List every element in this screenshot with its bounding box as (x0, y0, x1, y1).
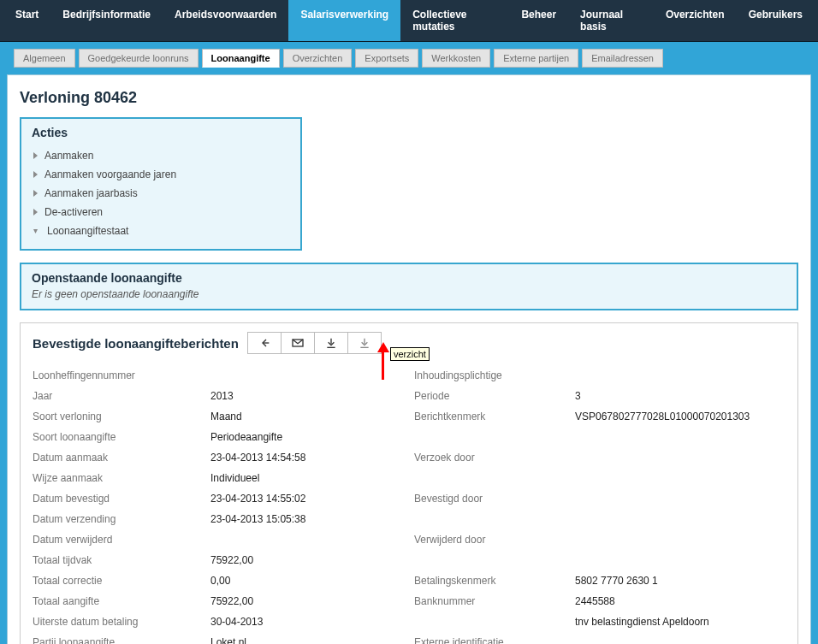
details-grid: Loonheffingennummer Inhoudingsplichtige … (33, 369, 785, 644)
empty (414, 554, 568, 566)
val-tnv: tnv belastingdienst Apeldoorn (575, 616, 785, 628)
download-alt-icon (358, 336, 371, 350)
actie-label: Aanmaken voorgaande jaren (44, 168, 176, 180)
val-loonheffingennummer (210, 369, 407, 381)
actie-de-activeren[interactable]: De-activeren (33, 203, 293, 222)
acties-list: Aanmaken Aanmaken voorgaande jaren Aanma… (21, 143, 300, 249)
val-jaar: 2013 (210, 390, 407, 402)
openstaande-message: Er is geen openstaande loonaangifte (21, 288, 797, 309)
empty (575, 513, 785, 525)
empty (414, 431, 568, 443)
lbl-partij: Partij loonaangifte (33, 636, 204, 644)
acties-panel: Acties Aanmaken Aanmaken voorgaande jare… (20, 117, 302, 251)
val-uiterste-datum: 30-04-2013 (210, 616, 407, 628)
val-totaal-correctie: 0,00 (210, 575, 407, 587)
nav-gebruikers[interactable]: Gebruikers (737, 0, 815, 41)
actie-label: Aanmaken (44, 150, 93, 162)
nav-start[interactable]: Start (3, 0, 50, 41)
collapse-icon: ▾ (33, 227, 40, 234)
lbl-periode: Periode (414, 390, 568, 402)
lbl-wijze-aanmaak: Wijze aanmaak (33, 472, 204, 484)
annotation-arrow-shaft (382, 352, 384, 380)
tab-externe-partijen[interactable]: Externe partijen (494, 49, 578, 68)
empty (414, 616, 568, 628)
val-betalingskenmerk: 5802 7770 2630 1 (575, 575, 785, 587)
tab-emailadressen[interactable]: Emailadressen (582, 49, 663, 68)
lbl-loonheffingennummer: Loonheffingennummer (33, 369, 204, 381)
val-periode: 3 (575, 390, 785, 402)
tab-goedgekeurde-loonruns[interactable]: Goedgekeurde loonruns (79, 49, 199, 68)
bevestigde-section: Bevestigde loonaangifteberichten (20, 322, 798, 644)
empty (575, 431, 785, 443)
tab-werkkosten[interactable]: Werkkosten (422, 49, 490, 68)
lbl-datum-verzending: Datum verzending (33, 513, 204, 525)
lbl-externe-id: Externe identificatie (414, 636, 568, 644)
val-bevestigd-door (575, 493, 785, 505)
openstaande-panel: Openstaande loonaangifte Er is geen open… (20, 263, 798, 310)
lbl-totaal-tijdvak: Totaal tijdvak (33, 554, 204, 566)
download-icon (324, 336, 338, 350)
download-button[interactable] (314, 332, 348, 354)
val-totaal-tijdvak: 75922,00 (210, 554, 407, 566)
nav-salarisverwerking[interactable]: Salarisverwerking (288, 0, 400, 41)
tooltip-overzicht: verzicht (390, 347, 430, 361)
actie-aanmaken-jaarbasis[interactable]: Aanmaken jaarbasis (33, 184, 293, 203)
actie-loonaangiftestaat[interactable]: ▾Loonaangiftestaat (33, 222, 293, 240)
val-datum-verzending: 23-04-2013 15:05:38 (210, 513, 407, 525)
empty (414, 513, 568, 525)
lbl-soort-verloning: Soort verloning (33, 411, 204, 422)
lbl-totaal-aangifte: Totaal aangifte (33, 595, 204, 607)
sub-nav-bar: Algemeen Goedgekeurde loonruns Loonaangi… (0, 42, 818, 74)
lbl-bevestigd-door: Bevestigd door (414, 493, 568, 505)
back-arrow-icon (258, 336, 271, 350)
val-wijze-aanmaak: Individueel (210, 472, 407, 484)
lbl-betalingskenmerk: Betalingskenmerk (414, 575, 568, 587)
lbl-berichtkenmerk: Berichtkenmerk (414, 411, 568, 422)
main-nav: Start Bedrijfsinformatie Arbeidsvoorwaar… (0, 0, 818, 42)
mail-icon (291, 336, 305, 350)
lbl-datum-verwijderd: Datum verwijderd (33, 534, 204, 546)
nav-bedrijfsinformatie[interactable]: Bedrijfsinformatie (50, 0, 163, 41)
val-banknummer: 2445588 (575, 595, 785, 607)
lbl-inhoudingsplichtige: Inhoudingsplichtige (414, 369, 568, 381)
actie-aanmaken[interactable]: Aanmaken (33, 146, 293, 165)
lbl-verwijderd-door: Verwijderd door (414, 534, 568, 546)
actie-aanmaken-voorgaande[interactable]: Aanmaken voorgaande jaren (33, 165, 293, 184)
val-inhoudingsplichtige (575, 369, 785, 381)
chevron-right-icon (33, 209, 38, 216)
bevestigde-title: Bevestigde loonaangifteberichten (33, 336, 239, 351)
lbl-soort-loonaangifte: Soort loonaangifte (33, 431, 204, 443)
download-alt-button[interactable] (347, 332, 382, 354)
mail-button[interactable] (281, 332, 315, 354)
lbl-totaal-correctie: Totaal correctie (33, 575, 204, 587)
annotation-arrow-icon (377, 342, 389, 352)
tab-algemeen[interactable]: Algemeen (14, 49, 75, 68)
lbl-datum-bevestigd: Datum bevestigd (33, 493, 204, 505)
nav-journaal-basis[interactable]: Journaal basis (568, 0, 654, 41)
chevron-right-icon (33, 190, 38, 197)
nav-arbeidsvoorwaarden[interactable]: Arbeidsvoorwaarden (163, 0, 288, 41)
val-datum-verwijderd (210, 534, 407, 546)
val-soort-verloning: Maand (210, 411, 407, 422)
val-datum-bevestigd: 23-04-2013 14:55:02 (210, 493, 407, 505)
chevron-right-icon (33, 152, 38, 159)
nav-overzichten[interactable]: Overzichten (654, 0, 737, 41)
back-button[interactable] (247, 332, 282, 354)
content-wrap: Verloning 80462 Acties Aanmaken Aanmaken… (0, 74, 818, 644)
tab-exportsets[interactable]: Exportsets (355, 49, 418, 68)
sub-tabs: Algemeen Goedgekeurde loonruns Loonaangi… (14, 49, 804, 68)
val-berichtkenmerk: VSP067802777028L01000070201303 (575, 411, 785, 422)
val-partij: Loket.nl (210, 636, 407, 644)
nav-beheer[interactable]: Beheer (509, 0, 568, 41)
val-totaal-aangifte: 75922,00 (210, 595, 407, 607)
lbl-jaar: Jaar (33, 390, 204, 402)
empty (575, 554, 785, 566)
tab-overzichten[interactable]: Overzichten (283, 49, 353, 68)
val-externe-id (575, 636, 785, 644)
val-soort-loonaangifte: Periodeaangifte (210, 431, 407, 443)
content: Verloning 80462 Acties Aanmaken Aanmaken… (7, 74, 811, 644)
val-verzoek-door (575, 452, 785, 464)
val-datum-aanmaak: 23-04-2013 14:54:58 (210, 452, 407, 464)
tab-loonaangifte[interactable]: Loonaangifte (202, 49, 280, 68)
nav-collectieve-mutaties[interactable]: Collectieve mutaties (400, 0, 509, 41)
